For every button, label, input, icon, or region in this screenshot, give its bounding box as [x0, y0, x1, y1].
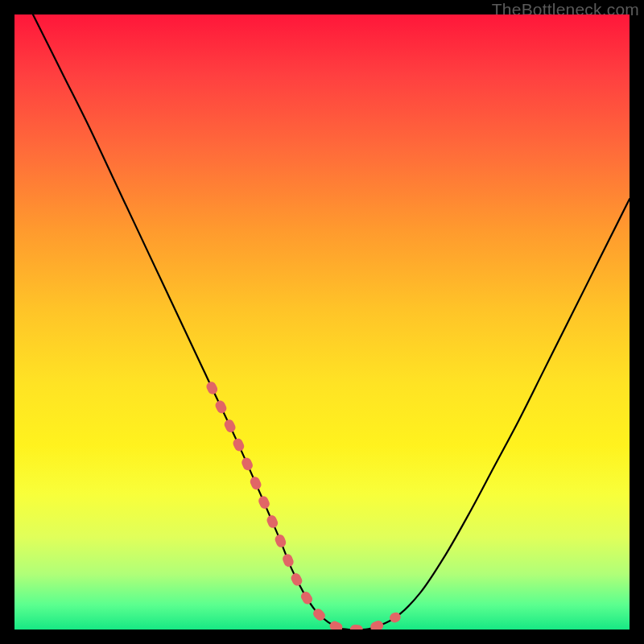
- bottleneck-curve-chart: [14, 14, 630, 630]
- chart-frame: TheBottleneck.com: [0, 0, 644, 644]
- marker-curve-dashes: [211, 386, 395, 630]
- main-curve-line: [14, 14, 630, 630]
- plot-area: [14, 14, 630, 630]
